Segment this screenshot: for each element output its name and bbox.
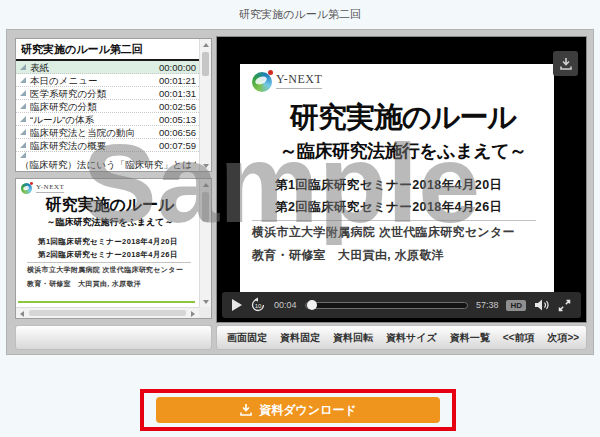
slide-divider	[27, 262, 191, 263]
slide-seminar-line2: 第2回臨床研究セミナー2018年4月26日	[252, 199, 554, 216]
toc-item[interactable]: “ルール”の体系 00:05:13	[16, 113, 199, 126]
toc-panel: 研究実施のルール第二回 表紙 00:00:00 本日のメニュー 00:01:21…	[15, 38, 212, 172]
toc-item-time: 00:01:21	[159, 74, 196, 87]
scrollbar-thumb[interactable]	[29, 310, 186, 316]
chapter-marker-icon	[20, 129, 26, 135]
toc-item-time: 00:07:59	[159, 139, 196, 152]
thumbnail-hscrollbar[interactable]	[16, 307, 199, 318]
rewind-10-button[interactable]: 10	[250, 297, 266, 313]
slide-organization: 横浜市立大学附属病院 次世代臨床研究センター	[252, 224, 554, 241]
ynext-logo-icon	[21, 183, 32, 194]
duration: 57:38	[476, 300, 499, 310]
chapter-marker-icon	[20, 77, 26, 83]
chapter-marker-icon	[20, 116, 26, 122]
ynext-logo-text: Y-NEXT	[36, 183, 64, 193]
toc-item-label: 臨床研究法と当院の動向	[30, 126, 155, 139]
play-button[interactable]	[232, 299, 242, 311]
toc-item[interactable]: （臨床研究）法にいう「臨床研究」とは？ 00:08:20	[16, 152, 199, 171]
volume-button[interactable]	[534, 298, 550, 312]
slide-department: 教育・研修室 大田貢由, 水原敬洋	[252, 247, 554, 264]
chapter-marker-icon	[20, 90, 26, 96]
slide-thumbnail-panel: Y-NEXT 研究実施のルール ～臨床研究法施行をふまえて～ 第1回臨床研究セミ…	[15, 178, 212, 319]
slide-subtitle: ～臨床研究法施行をふまえて～	[252, 139, 554, 163]
chapter-marker-icon	[20, 103, 26, 109]
toc-item-time: 00:02:56	[159, 100, 196, 113]
play-icon	[232, 299, 242, 311]
slide-title: 研究実施のルール	[252, 98, 554, 138]
chapter-marker-icon	[20, 64, 26, 70]
toc-item-label: 臨床研究の分類	[30, 100, 155, 113]
rewind-skip-amount: 10	[255, 303, 262, 309]
previous-item-button[interactable]: <<前項	[503, 331, 535, 345]
scroll-up-icon[interactable]	[200, 179, 212, 190]
chapter-marker-icon	[20, 142, 26, 148]
slide-department: 教育・研修室 大田貢由, 水原敬洋	[21, 279, 199, 289]
scroll-down-icon[interactable]	[200, 160, 212, 171]
scrollbar-thumb[interactable]	[202, 192, 209, 222]
scroll-up-icon[interactable]	[200, 39, 212, 50]
video-slide: Y-NEXT 研究実施のルール ～臨床研究法施行をふまえて～ 第1回臨床研究セミ…	[240, 64, 554, 292]
toc-item[interactable]: 表紙 00:00:00	[16, 61, 199, 74]
material-rotate-button[interactable]: 資料回転	[333, 331, 373, 345]
rewind-10-icon: 10	[250, 297, 266, 313]
material-size-button[interactable]: 資料サイズ	[386, 331, 437, 345]
slide-green-line	[18, 301, 195, 303]
screen-lock-button[interactable]: 画面固定	[227, 331, 267, 345]
thumbnail-vscrollbar[interactable]	[199, 179, 211, 307]
video-player[interactable]: Y-NEXT 研究実施のルール ～臨床研究法施行をふまえて～ 第1回臨床研究セミ…	[216, 36, 587, 323]
next-item-button[interactable]: 次項>>	[547, 331, 579, 345]
current-time: 00:04	[274, 300, 297, 310]
player-container: 研究実施のルール第二回 表紙 00:00:00 本日のメニュー 00:01:21…	[6, 29, 594, 355]
toc-list: 表紙 00:00:00 本日のメニュー 00:01:21 医学系研究の分類 00…	[16, 61, 199, 171]
slide-divider	[252, 220, 536, 221]
material-list-button[interactable]: 資料一覧	[450, 331, 490, 345]
toc-scrollbar[interactable]	[199, 39, 211, 171]
scroll-down-icon[interactable]	[200, 296, 212, 307]
slide-title: 研究実施のルール	[21, 195, 199, 216]
toc-item-label: （臨床研究）法にいう「臨床研究」とは？	[20, 158, 196, 171]
slide-seminar-line2: 第2回臨床研究セミナー2018年4月26日	[21, 250, 199, 260]
scrollbar-thumb[interactable]	[202, 52, 209, 76]
scroll-right-icon[interactable]	[187, 308, 199, 319]
toc-item-label: 臨床研究法の概要	[30, 139, 155, 152]
material-toolbar: 画面固定 資料固定 資料回転 資料サイズ 資料一覧 <<前項 次項>>	[216, 325, 587, 350]
toc-item-time: 00:00:00	[159, 61, 196, 74]
slide-seminar-line1: 第1回臨床研究セミナー2018年4月20日	[252, 177, 554, 194]
fullscreen-icon	[558, 299, 571, 312]
seek-bar-knob[interactable]	[307, 300, 317, 310]
download-icon	[239, 403, 253, 417]
page-title: 研究実施のルール第二回	[0, 7, 600, 22]
material-lock-button[interactable]: 資料固定	[280, 331, 320, 345]
toc-title: 研究実施のルール第二回	[16, 39, 199, 61]
slide-organization: 横浜市立大学附属病院 次世代臨床研究センター	[21, 265, 199, 275]
slide-subtitle: ～臨床研究法施行をふまえて～	[21, 216, 199, 229]
toc-item-label: 表紙	[30, 61, 155, 74]
toc-item[interactable]: 本日のメニュー 00:01:21	[16, 74, 199, 87]
ynext-logo-icon	[252, 72, 272, 92]
toc-item-label: 医学系研究の分類	[30, 87, 155, 100]
video-controls: 10 00:04 57:38 HD	[222, 292, 581, 318]
slide-thumbnail: Y-NEXT 研究実施のルール ～臨床研究法施行をふまえて～ 第1回臨床研究セミ…	[16, 179, 199, 307]
thumbnail-toolbar	[15, 325, 212, 350]
download-button[interactable]: 資料ダウンロード	[156, 397, 440, 423]
slide-seminar-line1: 第1回臨床研究セミナー2018年4月20日	[21, 237, 199, 247]
toc-item[interactable]: 臨床研究法と当院の動向 00:06:56	[16, 126, 199, 139]
ynext-logo-text: Y-NEXT	[276, 72, 322, 89]
toc-item-time: 00:05:13	[159, 113, 196, 126]
toc-item-label: “ルール”の体系	[30, 113, 155, 126]
toc-item-time: 00:06:56	[159, 126, 196, 139]
toc-item-time: 00:01:31	[159, 87, 196, 100]
hd-quality-button[interactable]: HD	[506, 300, 526, 311]
scrollbar-corner	[199, 307, 211, 318]
toc-item-label: 本日のメニュー	[30, 74, 155, 87]
seek-bar[interactable]	[305, 302, 468, 309]
slide-download-button[interactable]	[553, 51, 578, 76]
fullscreen-button[interactable]	[558, 299, 571, 312]
scroll-left-icon[interactable]	[16, 308, 28, 319]
toc-item[interactable]: 臨床研究法の概要 00:07:59	[16, 139, 199, 152]
ynext-logo: Y-NEXT	[21, 183, 199, 194]
toc-item[interactable]: 臨床研究の分類 00:02:56	[16, 100, 199, 113]
volume-icon	[534, 298, 550, 312]
ynext-logo: Y-NEXT	[252, 72, 554, 92]
toc-item[interactable]: 医学系研究の分類 00:01:31	[16, 87, 199, 100]
